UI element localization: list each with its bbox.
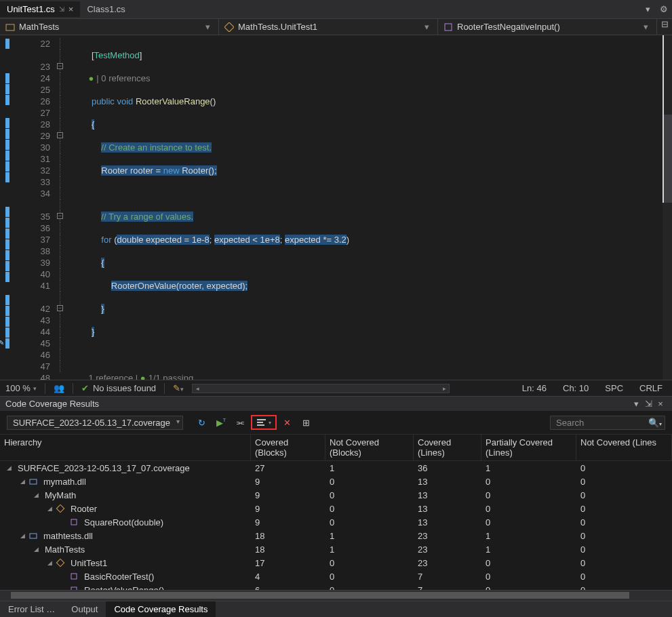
table-row[interactable]: ◢SURFACE_2023-12-05.13_17_07.coverage271…	[0, 461, 672, 475]
indent-indicator[interactable]: SPC	[601, 383, 627, 393]
highlight-toggle[interactable]: ▾	[251, 415, 277, 430]
line-indicator[interactable]: Ln: 46	[518, 383, 551, 393]
svg-rect-6	[30, 479, 37, 484]
svg-rect-7	[56, 504, 64, 512]
table-row[interactable]: ◢Rooter901300	[0, 502, 672, 515]
row-label: MathTests	[45, 544, 85, 555]
zoom-combo[interactable]: 100 %▾	[5, 383, 37, 393]
svg-rect-0	[6, 24, 14, 31]
coverage-toolbar: SURFACE_2023-12-05.13_17.coverage ↻ ▶T ⫘…	[0, 411, 672, 435]
tab-class1[interactable]: Class1.cs	[80, 1, 132, 17]
breakpoint-margin[interactable]: ✎	[0, 35, 15, 380]
panel-titlebar[interactable]: Code Coverage Results ▾ ⇲ ×	[0, 397, 672, 411]
expand-icon[interactable]: ◢	[33, 546, 39, 553]
method-icon	[69, 572, 79, 581]
expand-icon[interactable]: ◢	[46, 559, 53, 566]
coverage-grid-body[interactable]: ◢SURFACE_2023-12-05.13_17_07.coverage271…	[0, 461, 672, 590]
class-icon	[56, 558, 65, 568]
chevron-down-icon: ▾	[641, 22, 651, 32]
chevron-down-icon: ▾	[203, 22, 213, 32]
coverage-file-combo[interactable]: SURFACE_2023-12-05.13_17.coverage	[7, 416, 183, 430]
asm-icon	[28, 477, 38, 486]
tab-label: UnitTest1.cs	[7, 4, 55, 14]
fold-margin[interactable]: − − − −	[56, 35, 68, 380]
table-row[interactable]: ◢MyMath901300	[0, 488, 672, 502]
issues-indicator[interactable]: ✔No issues found	[81, 383, 156, 393]
expand-icon[interactable]: ◢	[19, 478, 26, 485]
col-indicator[interactable]: Ch: 10	[559, 383, 593, 393]
nav-member[interactable]: RooterTestNegativeInput() ▾	[438, 19, 657, 35]
grid-horizontal-scrollbar[interactable]	[0, 590, 672, 601]
users-icon[interactable]: 👥	[54, 383, 64, 393]
code-editor[interactable]: ✎ 2223 242526 272829 303132 3334 353637 …	[0, 35, 672, 380]
coverage-grid-header[interactable]: Hierarchy Covered (Blocks) Not Covered (…	[0, 435, 672, 461]
dropdown-icon[interactable]: ▾	[639, 4, 656, 14]
editor-statusbar: 100 %▾ 👥 ✔No issues found ✎▾ ◂▸ Ln: 46 C…	[0, 380, 672, 396]
row-label: BasicRooterTest()	[84, 572, 154, 582]
project-icon	[5, 22, 15, 32]
chevron-down-icon: ▾	[422, 22, 432, 32]
svg-rect-11	[71, 574, 77, 579]
svg-rect-2	[445, 24, 452, 31]
row-label: mymath.dll	[43, 477, 86, 487]
class-icon	[224, 22, 234, 32]
merge-icon[interactable]: ⫘	[232, 415, 248, 430]
pin-icon[interactable]: ⇲	[59, 5, 64, 13]
navigation-bar: MathTests ▾ MathTests.UnitTest1 ▾ Rooter…	[0, 19, 672, 35]
pin-icon[interactable]: ⇲	[642, 399, 654, 409]
tab-label: Class1.cs	[87, 4, 125, 14]
svg-rect-8	[71, 519, 77, 525]
row-label: mathtests.dll	[43, 531, 93, 541]
code-coverage-panel: Code Coverage Results ▾ ⇲ × SURFACE_2023…	[0, 396, 672, 601]
line-numbers: 2223 242526 272829 303132 3334 353637 38…	[15, 35, 56, 380]
horizontal-scrollbar[interactable]: ◂▸	[192, 384, 450, 393]
svg-rect-9	[30, 534, 37, 538]
tab-error-list[interactable]: Error List …	[0, 601, 63, 617]
split-icon[interactable]: ⊟	[657, 19, 672, 35]
close-icon[interactable]: ×	[68, 4, 74, 14]
svg-rect-1	[224, 22, 234, 32]
search-input[interactable]: Search🔍▾	[550, 416, 665, 430]
expand-icon[interactable]: ◢	[19, 532, 26, 539]
row-label: UnitTest1	[71, 558, 107, 568]
document-tabbar: UnitTest1.cs ⇲ × Class1.cs ▾ ⚙	[0, 0, 672, 19]
eol-indicator[interactable]: CRLF	[635, 383, 667, 393]
svg-rect-10	[56, 559, 64, 566]
method-icon	[69, 585, 79, 590]
expand-icon[interactable]: ◢	[33, 492, 39, 498]
row-label: SquareRoot(double)	[84, 517, 163, 528]
code-content[interactable]: [TestMethod] ●| 0 references public void…	[68, 35, 672, 380]
class-icon	[56, 504, 65, 513]
refresh-icon[interactable]: ↻	[194, 415, 210, 430]
brush-icon[interactable]: ✎▾	[173, 383, 184, 393]
gear-icon[interactable]: ⚙	[656, 4, 672, 14]
row-label: Rooter	[71, 504, 97, 514]
table-row[interactable]: ◢mymath.dll901300	[0, 475, 672, 488]
table-row[interactable]: ◢MathTests1812310	[0, 542, 672, 556]
method-icon	[69, 517, 79, 527]
table-row[interactable]: SquareRoot(double)901300	[0, 515, 672, 529]
asm-icon	[28, 531, 38, 540]
dropdown-icon[interactable]: ▾	[630, 399, 642, 409]
table-row[interactable]: ◢mathtests.dll1812310	[0, 529, 672, 542]
export-icon[interactable]: ⊞	[298, 415, 315, 430]
row-label: MyMath	[45, 490, 76, 500]
tab-code-coverage[interactable]: Code Coverage Results	[106, 601, 216, 617]
expand-icon[interactable]: ◢	[46, 505, 53, 512]
vertical-scrollbar[interactable]	[663, 35, 672, 380]
row-label: SURFACE_2023-12-05.13_17_07.coverage	[18, 463, 190, 473]
tab-output[interactable]: Output	[63, 601, 106, 617]
tab-unittest1[interactable]: UnitTest1.cs ⇲ ×	[0, 1, 80, 17]
table-row[interactable]: ◢UnitTest11702300	[0, 556, 672, 570]
play-icon[interactable]: ▶T	[213, 415, 229, 430]
table-row[interactable]: BasicRooterTest()40700	[0, 570, 672, 583]
nav-type[interactable]: MathTests.UnitTest1 ▾	[219, 19, 438, 35]
close-icon[interactable]: ×	[654, 399, 667, 409]
tool-window-tabs: Error List … Output Code Coverage Result…	[0, 601, 672, 617]
table-row[interactable]: RooterValueRange()60700	[0, 583, 672, 590]
search-icon: 🔍▾	[648, 418, 662, 428]
delete-icon[interactable]: ✕	[279, 415, 296, 430]
nav-scope[interactable]: MathTests ▾	[0, 19, 219, 35]
expand-icon[interactable]: ◢	[5, 464, 12, 471]
row-label: RooterValueRange()	[84, 585, 164, 591]
